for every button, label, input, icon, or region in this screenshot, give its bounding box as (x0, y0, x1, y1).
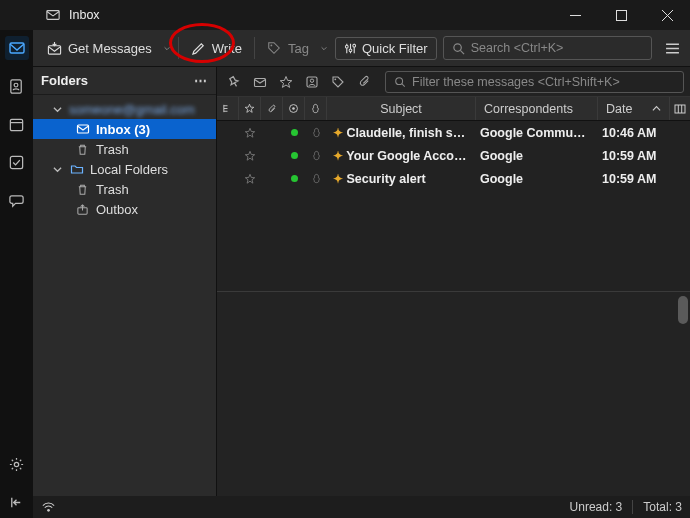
message-filter-input[interactable] (412, 75, 675, 89)
window-icon (45, 7, 61, 23)
folder-outbox[interactable]: Outbox (33, 199, 216, 219)
write-label: Write (212, 41, 242, 56)
col-correspondents[interactable]: Correspondents (476, 97, 598, 120)
folder-inbox[interactable]: Inbox (3) (33, 119, 216, 139)
global-search-input[interactable] (471, 41, 643, 55)
unread-cell[interactable] (283, 129, 305, 136)
local-folders-row[interactable]: Local Folders (33, 159, 216, 179)
folder-trash[interactable]: Trash (33, 139, 216, 159)
col-star-icon[interactable] (239, 97, 261, 120)
folder-trash-label: Trash (96, 142, 129, 157)
tag-dropdown[interactable] (317, 44, 331, 53)
column-picker-icon[interactable] (670, 97, 690, 120)
svg-point-18 (310, 79, 313, 82)
svg-point-10 (345, 45, 348, 48)
folder-pane-menu[interactable]: ⋯ (194, 73, 208, 88)
svg-point-12 (353, 44, 356, 47)
rail-chat-icon[interactable] (5, 188, 29, 212)
correspondent-cell: Google Community … (474, 126, 596, 140)
online-status-icon[interactable] (41, 500, 56, 515)
global-search[interactable] (443, 36, 652, 60)
col-thread-icon[interactable] (217, 97, 239, 120)
spam-cell[interactable] (305, 173, 327, 184)
main-toolbar: Get Messages Write Tag Quick Filter (33, 30, 690, 67)
spam-cell[interactable] (305, 127, 327, 138)
local-folders-label: Local Folders (90, 162, 168, 177)
rail-addressbook-icon[interactable] (5, 74, 29, 98)
correspondent-cell: Google (474, 149, 596, 163)
spaces-rail (0, 30, 33, 518)
star-cell[interactable] (239, 173, 261, 185)
message-list: ✦ Claudelle, finish s… Google Community … (217, 121, 690, 291)
tag-icon (267, 41, 282, 56)
message-row[interactable]: ✦ Security alert Google 10:59 AM (217, 167, 690, 190)
folder-icon (69, 162, 84, 177)
svg-rect-8 (48, 45, 60, 53)
close-button[interactable] (644, 0, 690, 30)
qf-tag-icon[interactable] (327, 71, 349, 93)
chevron-down-icon (51, 165, 63, 174)
svg-rect-2 (10, 43, 24, 53)
col-subject[interactable]: Subject (327, 97, 476, 120)
message-row[interactable]: ✦ Claudelle, finish s… Google Community … (217, 121, 690, 144)
star-cell[interactable] (239, 127, 261, 139)
col-attach-icon[interactable] (261, 97, 283, 120)
quick-filter-button[interactable]: Quick Filter (335, 37, 437, 60)
col-date[interactable]: Date (598, 97, 670, 120)
separator (254, 37, 255, 59)
qf-attach-icon[interactable] (353, 71, 375, 93)
minimize-button[interactable] (552, 0, 598, 30)
get-messages-label: Get Messages (68, 41, 152, 56)
rail-settings-icon[interactable] (5, 452, 29, 476)
window-title: Inbox (69, 8, 100, 22)
rail-collapse-icon[interactable] (5, 490, 29, 514)
scrollbar-thumb[interactable] (678, 296, 688, 324)
correspondent-cell: Google (474, 172, 596, 186)
subject-cell: ✦ Security alert (327, 172, 474, 186)
account-row[interactable]: someone@gmail.com (33, 99, 216, 119)
folder-outbox-label: Outbox (96, 202, 138, 217)
pencil-icon (191, 41, 206, 56)
subject-cell: ✦ Your Google Acco… (327, 149, 474, 163)
svg-point-13 (453, 43, 460, 50)
tag-button[interactable]: Tag (259, 37, 317, 60)
title-bar: Inbox (0, 0, 690, 30)
write-button[interactable]: Write (183, 37, 250, 60)
scrollbar[interactable] (678, 296, 688, 492)
pin-icon[interactable] (223, 71, 245, 93)
new-indicator-icon: ✦ (333, 126, 343, 140)
message-row[interactable]: ✦ Your Google Acco… Google 10:59 AM (217, 144, 690, 167)
date-cell: 10:46 AM (596, 126, 670, 140)
date-cell: 10:59 AM (596, 172, 670, 186)
qf-star-icon[interactable] (275, 71, 297, 93)
col-spam-icon[interactable] (305, 97, 327, 120)
unread-cell[interactable] (283, 152, 305, 159)
qf-contact-icon[interactable] (301, 71, 323, 93)
svg-point-24 (47, 509, 50, 512)
folder-tree: someone@gmail.com Inbox (3) Trash Local … (33, 95, 216, 496)
qf-unread-icon[interactable] (249, 71, 271, 93)
rail-tasks-icon[interactable] (5, 150, 29, 174)
star-cell[interactable] (239, 150, 261, 162)
rail-mail-icon[interactable] (5, 36, 29, 60)
maximize-button[interactable] (598, 0, 644, 30)
chevron-down-icon (51, 105, 63, 114)
rail-calendar-icon[interactable] (5, 112, 29, 136)
sliders-icon (344, 42, 357, 55)
get-messages-button[interactable]: Get Messages (39, 37, 160, 60)
status-bar: Unread: 3 Total: 3 (33, 496, 690, 518)
separator (178, 37, 179, 59)
download-mail-icon (47, 41, 62, 56)
folder-local-trash[interactable]: Trash (33, 179, 216, 199)
column-headers: Subject Correspondents Date (217, 97, 690, 121)
svg-point-19 (334, 78, 336, 80)
message-filter[interactable] (385, 71, 684, 93)
col-unread-icon[interactable] (283, 97, 305, 120)
spam-cell[interactable] (305, 150, 327, 161)
app-menu-button[interactable] (660, 36, 684, 60)
total-label: Total: (643, 500, 672, 514)
svg-rect-5 (10, 119, 22, 130)
folder-inbox-label: Inbox (3) (96, 122, 150, 137)
get-messages-dropdown[interactable] (160, 44, 174, 53)
unread-cell[interactable] (283, 175, 305, 182)
